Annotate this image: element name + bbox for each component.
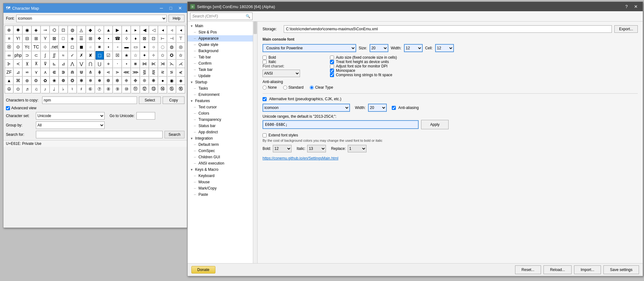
char-cell[interactable]: ⑪	[131, 85, 140, 93]
char-cell[interactable]: ⊹	[41, 43, 50, 51]
char-cell[interactable]: ⋄	[104, 60, 113, 68]
tree-group-item[interactable]: ▼Startup	[188, 79, 253, 85]
char-cell[interactable]: ■	[59, 43, 68, 51]
char-cell[interactable]: ✪	[168, 51, 176, 60]
char-cell[interactable]: ⋚	[140, 68, 149, 76]
char-cell[interactable]: ▴	[122, 26, 131, 34]
char-cell[interactable]: ⊞	[32, 34, 41, 43]
char-cell[interactable]: ⊾	[50, 60, 59, 68]
char-cell[interactable]: ⋂	[86, 60, 95, 68]
bold-size-select[interactable]: 12	[273, 145, 292, 152]
char-cell[interactable]: ⊙	[14, 85, 22, 93]
char-cell[interactable]: .net	[50, 43, 59, 51]
char-cell[interactable]: ✫	[177, 51, 185, 60]
tree-leaf-item[interactable]: –Default term	[188, 141, 253, 148]
tree-leaf-item[interactable]: –Paste	[188, 191, 253, 198]
help-button[interactable]: Help	[169, 15, 184, 22]
char-cell[interactable]: ⋇	[131, 60, 140, 68]
char-cell[interactable]: ▲	[104, 26, 113, 34]
char-cell[interactable]: ⋒	[68, 68, 77, 76]
char-cell[interactable]: ⊱	[5, 60, 13, 68]
char-cell[interactable]: ◉	[23, 26, 32, 34]
char-cell[interactable]: ❀	[50, 76, 59, 85]
char-cell[interactable]: ▭	[131, 43, 140, 51]
char-cell[interactable]: ⋓	[77, 68, 86, 76]
char-cell[interactable]: ⑯	[177, 85, 185, 93]
help-link[interactable]: https://conemu.github.io/en/SettingsMain…	[263, 156, 638, 160]
char-cell[interactable]: ♭	[59, 85, 68, 93]
char-cell[interactable]: ∫	[41, 51, 50, 60]
char-cell[interactable]: ZF	[5, 68, 13, 76]
tree-leaf-item[interactable]: –Mark/Copy	[188, 185, 253, 191]
char-cell[interactable]: ⌘	[14, 76, 22, 85]
char-cell[interactable]: ⊟	[23, 34, 32, 43]
reset-button[interactable]: Reset...	[515, 265, 541, 274]
minimize-button[interactable]: ─	[157, 5, 166, 12]
apply-button[interactable]: Apply	[421, 120, 449, 129]
char-cell[interactable]: ∞	[5, 51, 13, 60]
char-cell[interactable]: ◾	[96, 43, 104, 51]
char-cell[interactable]: ◊	[122, 34, 131, 43]
char-cell[interactable]: ❖	[96, 34, 104, 43]
char-cell[interactable]: ▫	[113, 43, 122, 51]
main-font-select[interactable]: Cousins for Powerline	[263, 44, 356, 52]
char-cell[interactable]: ◆	[86, 26, 95, 34]
char-cell[interactable]: ⋍	[23, 68, 32, 76]
tree-leaf-item[interactable]: –Text cursor	[188, 104, 253, 110]
char-cell[interactable]: ❈	[122, 76, 131, 85]
char-cell[interactable]: ⊃	[23, 51, 32, 60]
charset-select[interactable]: Unicode ASCII	[36, 112, 105, 120]
char-cell[interactable]: ✓	[68, 51, 77, 60]
char-cell[interactable]: ◁	[150, 26, 158, 34]
width-select[interactable]: 12	[404, 44, 423, 52]
size-select[interactable]: 20	[370, 44, 388, 52]
char-cell[interactable]: ⌬	[50, 26, 59, 34]
char-cell[interactable]: ♮	[68, 85, 77, 93]
tree-leaf-item[interactable]: –Keyboard	[188, 173, 253, 179]
goto-input[interactable]	[136, 112, 155, 120]
char-cell[interactable]: ⊡	[59, 26, 68, 34]
char-cell[interactable]: ⋖	[104, 68, 113, 76]
char-cell[interactable]: ⋐	[50, 68, 59, 76]
advanced-view-checkbox[interactable]	[6, 106, 10, 110]
char-cell[interactable]: ◉	[168, 76, 176, 85]
alt-antialiasing-checkbox[interactable]	[392, 106, 396, 110]
char-cell[interactable]: ⊣	[168, 34, 176, 43]
char-cell[interactable]: ⑧	[104, 85, 113, 93]
char-cell[interactable]: ∬	[50, 51, 59, 60]
export-button[interactable]: Export...	[614, 25, 638, 33]
char-cell[interactable]: ✘	[86, 51, 95, 60]
char-cell[interactable]: ◍	[68, 26, 77, 34]
char-cell[interactable]: ▲	[5, 76, 13, 85]
conemu-close-button[interactable]: ✕	[632, 3, 640, 10]
char-cell[interactable]: ◈	[68, 34, 77, 43]
char-cell[interactable]: ⊙	[14, 43, 22, 51]
tree-leaf-item[interactable]: –ANSI execution	[188, 160, 253, 166]
char-cell[interactable]: ⋎	[32, 68, 41, 76]
tree-group-item[interactable]: ▼Integration	[188, 135, 253, 141]
char-cell[interactable]: ⊿	[59, 60, 68, 68]
char-cell[interactable]: ⑨	[113, 85, 122, 93]
char-cell[interactable]: ☆	[131, 51, 140, 60]
char-cell[interactable]: ⋙	[131, 68, 140, 76]
char-cell[interactable]: ⊼	[32, 60, 41, 68]
char-cell[interactable]: ◻	[68, 43, 77, 51]
maximize-button[interactable]: □	[166, 5, 175, 12]
tree-leaf-item[interactable]: –Transparency	[188, 116, 253, 123]
tree-leaf-item[interactable]: –Update	[188, 73, 253, 79]
char-cell[interactable]: Y	[41, 34, 50, 43]
char-cell[interactable]: ≈	[59, 51, 68, 60]
char-cell[interactable]: ✧	[150, 51, 158, 60]
char-cell[interactable]: ❋	[150, 76, 158, 85]
char-cell[interactable]: ⋈	[140, 60, 149, 68]
tree-leaf-item[interactable]: –Tasks	[188, 85, 253, 91]
char-cell[interactable]: ⋉	[150, 60, 158, 68]
char-cell[interactable]: ☰	[77, 34, 86, 43]
tree-group-item[interactable]: ▼Features	[188, 98, 253, 104]
char-cell[interactable]: ⊠	[50, 34, 59, 43]
autosize-checkbox[interactable]	[330, 56, 334, 60]
char-cell[interactable]: ☐	[96, 51, 104, 60]
char-cell[interactable]: ☒	[113, 51, 122, 60]
char-cell[interactable]: ⋊	[159, 60, 167, 68]
conemu-search-input[interactable]	[192, 14, 246, 18]
